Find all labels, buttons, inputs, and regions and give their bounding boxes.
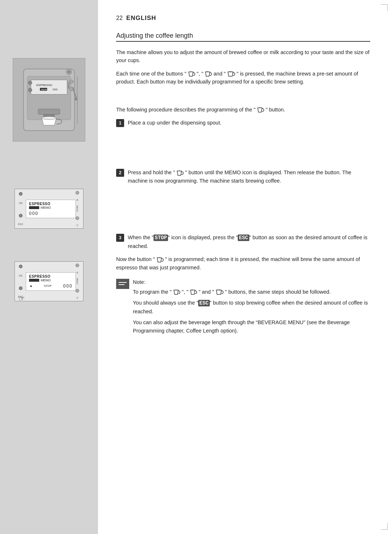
svg-point-8 <box>28 88 32 92</box>
memo-bar-2 <box>29 279 39 282</box>
spacer-9 <box>116 197 370 204</box>
svg-text:MEMO: MEMO <box>41 89 48 91</box>
stop-text: STOP <box>44 284 52 288</box>
cup-icon-1 <box>188 71 195 77</box>
procedure-intro: The following procedure describes the pr… <box>116 106 370 114</box>
spacer-10 <box>116 204 370 212</box>
spacer-8 <box>116 190 370 197</box>
cup-proc-icon <box>257 107 264 113</box>
machine-svg: ESPRESSO MEMO 000 MENU <box>16 62 82 138</box>
cup-prog-icon <box>156 257 164 263</box>
esc-button-2 <box>19 286 23 290</box>
stop-inline-icon: STOP <box>154 235 168 241</box>
a-label: A <box>77 199 78 201</box>
esc-inline-icon: ESC <box>238 235 249 241</box>
step-1-number: 1 <box>116 119 124 127</box>
v-label: V <box>77 224 78 227</box>
spacer-4 <box>116 139 370 147</box>
spacer-2 <box>116 98 370 106</box>
svg-point-16 <box>68 70 70 73</box>
v-label-2: V <box>77 297 78 299</box>
esc-button <box>19 214 23 217</box>
svg-point-14 <box>42 117 56 119</box>
display-row-espresso: ESPRESSO <box>29 202 73 206</box>
espresso-label: ESPRESSO <box>29 202 50 206</box>
intro-para-2: Each time one of the buttons " ", " and … <box>116 70 370 86</box>
display-dots: 000 <box>29 211 38 216</box>
machine-illustration: ESPRESSO MEMO 000 MENU <box>13 58 85 142</box>
svg-rect-29 <box>117 280 128 288</box>
menu-label-2: MENU <box>76 278 78 285</box>
step-3-text: When the "STOP" icon is displayed, press… <box>128 233 370 250</box>
section-heading-text: Adjusting the coffee length <box>116 32 193 39</box>
cup-step2-icon <box>176 170 184 176</box>
panel-right-buttons-2: A MENU V <box>73 262 81 301</box>
display-memo-row: MEMO <box>29 206 73 209</box>
note-label: Note: <box>133 278 370 286</box>
note-para-2: You should always use the "ESC" button t… <box>133 299 370 315</box>
left-sidebar: ESPRESSO MEMO 000 MENU <box>0 0 98 534</box>
page-header: 22 ENGLISH <box>116 15 370 22</box>
spacer-3 <box>116 132 370 139</box>
spacer-11 <box>116 212 370 219</box>
intro-para2-and: and " <box>213 71 225 77</box>
step-2: 2 Press and hold the " " button until th… <box>116 168 370 185</box>
display-inner-2: ESPRESSO MEMO ◄ STOP 000 <box>26 272 76 291</box>
page: ESPRESSO MEMO 000 MENU <box>0 0 392 534</box>
step2-prefix: Press and hold the " <box>128 170 175 175</box>
note-content: Note: To program the " ", " " and " " bu… <box>133 278 370 340</box>
cup-note3-icon <box>216 289 224 295</box>
step-3-number: 3 <box>116 234 124 242</box>
menu-label: MENU <box>76 205 78 212</box>
note-para-1: To program the " ", " " and " " buttons,… <box>133 288 370 296</box>
spacer-7 <box>116 161 370 168</box>
cup-icon-3 <box>227 71 235 77</box>
note1-mid2: " and " <box>199 289 214 295</box>
display-panel-1: OK ESC ESPRESSO MEMO 000 A MENU <box>15 189 83 229</box>
step-3: 3 When the "STOP" icon is displayed, pre… <box>116 233 370 250</box>
spacer-5 <box>116 147 370 154</box>
display-panel-2: OK ESC ESPRESSO MEMO ◄ STOP 000 <box>15 261 83 301</box>
svg-point-9 <box>70 80 73 83</box>
main-content: 22 ENGLISH Adjusting the coffee length T… <box>98 0 392 534</box>
step-1: 1 Place a cup under the dispensing spout… <box>116 119 370 127</box>
display-inner-1: ESPRESSO MEMO 000 <box>26 200 76 218</box>
cup-icon-2 <box>205 71 212 77</box>
a-label-2: A <box>77 271 78 274</box>
page-title: ENGLISH <box>126 15 156 22</box>
intro-para2-prefix: Each time one of the buttons " <box>116 71 187 77</box>
ok-button-2 <box>19 265 23 268</box>
display-row-espresso-2: ESPRESSO <box>29 274 73 278</box>
spacer-1 <box>116 91 370 98</box>
display-stop-row: ◄ STOP 000 <box>29 284 73 289</box>
v-button-2 <box>75 289 79 293</box>
section-heading: Adjusting the coffee length <box>116 32 370 42</box>
programmed-para: Now the button " " is programmed; each t… <box>116 255 370 272</box>
svg-rect-2 <box>31 80 67 94</box>
cup-note2-icon <box>190 289 197 295</box>
ok-label-2: OK <box>19 274 23 277</box>
memo-text: MEMO <box>41 206 51 209</box>
cup-note1-icon <box>173 289 180 295</box>
intro-para-1: The machine allows you to adjust the amo… <box>116 48 370 65</box>
ok-label: OK <box>19 202 23 204</box>
svg-text:000: 000 <box>53 88 58 91</box>
a-button-2 <box>75 264 79 267</box>
memo-text-2: MEMO <box>41 278 51 282</box>
display-memo-row-2: MEMO <box>29 278 73 282</box>
spacer-13 <box>116 226 370 233</box>
prog-prefix: Now the button " <box>116 256 155 262</box>
ok-button <box>19 192 23 196</box>
note1-mid1: ", " <box>182 289 188 295</box>
panel-left-buttons: OK ESC <box>17 189 25 228</box>
esc-hand-icon: ☞ <box>19 294 25 301</box>
spacer-6 <box>116 154 370 161</box>
stop-arrow: ◄ <box>29 284 32 288</box>
page-number: 22 <box>116 15 123 21</box>
spacer-12 <box>116 219 370 226</box>
proc-intro-text: The following procedure describes the pr… <box>116 107 256 113</box>
step-1-text: Place a cup under the dispensing spout. <box>128 119 221 127</box>
note1-suffix: " buttons, the same steps should be foll… <box>225 289 331 295</box>
note-para-3: You can also adjust the beverage length … <box>133 318 370 335</box>
espresso-label-2: ESPRESSO <box>29 274 50 278</box>
